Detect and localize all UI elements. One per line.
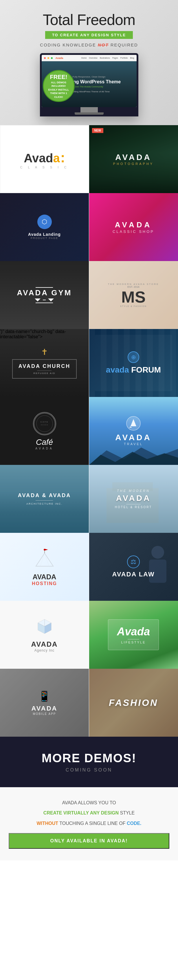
ms-initials: MS bbox=[108, 289, 159, 305]
hero-screen: Avada Home Overview Illustrations Pages … bbox=[40, 53, 139, 116]
hosting-pyramid-container bbox=[33, 547, 56, 571]
demo-fashion[interactable]: FASHION bbox=[89, 669, 178, 737]
nav-link-illustrations: Illustrations bbox=[100, 57, 110, 59]
footer-line2-rest: STYLE bbox=[120, 810, 135, 815]
law-icon: ⚖ bbox=[131, 558, 136, 566]
travel-mountain-icon bbox=[126, 416, 141, 431]
gym-line-bottom bbox=[36, 302, 53, 303]
footer-section: AVADA ALLOWS YOU TO CREATE VIRTUALLY ANY… bbox=[0, 787, 178, 861]
shop-content: AVADA CLASSIC SHOP bbox=[113, 220, 154, 234]
church-border: AVADA CHURCH REFUGEE AID bbox=[12, 359, 77, 379]
svg-text:AVADA: AVADA bbox=[41, 424, 48, 426]
nav-dot-red bbox=[44, 57, 46, 59]
monitor-nav: Avada Home Overview Illustrations Pages … bbox=[42, 55, 137, 61]
shop-avada: AVADA bbox=[113, 220, 154, 229]
classic-avada-text: Avada bbox=[24, 151, 60, 165]
cafe-circle-svg: CAFE AVADA bbox=[33, 413, 55, 435]
demo-lifestyle[interactable]: Avada LIFESTYLE bbox=[89, 601, 178, 669]
nav-link-home: Home bbox=[81, 57, 87, 59]
ms-content: THE MODERN AVADA STORE EST. 2016 MS STYL… bbox=[108, 283, 159, 307]
agency-logo-container bbox=[35, 617, 55, 637]
church-content: ✝ AVADA CHURCH REFUGEE AID bbox=[12, 347, 77, 379]
photography-avada: AVADA bbox=[113, 153, 154, 162]
lifestyle-card: Avada LIFESTYLE bbox=[108, 619, 159, 650]
demo-cafe[interactable]: CAFE AVADA Café AVADA bbox=[0, 397, 89, 465]
demo-forum[interactable]: ⊕ avada FORUM bbox=[89, 329, 178, 397]
coding-label: CODING KNOWLEDGE bbox=[40, 42, 96, 47]
mobile-content: 📱 AVADA MOBILE APP bbox=[32, 690, 58, 716]
forum-content: ⊕ avada FORUM bbox=[106, 352, 161, 375]
church-divider bbox=[37, 371, 52, 371]
footer-line1: AVADA ALLOWS YOU TO bbox=[9, 799, 169, 807]
demo-travel[interactable]: AVADA TRAVEL bbox=[89, 397, 178, 465]
hotel-title: AVADA bbox=[115, 494, 152, 503]
agency-subtitle: Agency Inc bbox=[31, 648, 58, 652]
more-demos-title: MORE DEMOS! bbox=[6, 751, 172, 765]
classic-colon: : bbox=[60, 150, 65, 165]
demo-landing[interactable]: ⬡ Avada Landing PRODUCT PAGE bbox=[0, 193, 89, 261]
demo-mobile[interactable]: 📱 AVADA MOBILE APP bbox=[0, 669, 89, 737]
forum-icon: ⊕ bbox=[131, 354, 136, 361]
monitor-tag: Fully Responsive, Clean Design bbox=[72, 75, 106, 78]
svg-marker-9 bbox=[36, 553, 53, 566]
demo-architecture[interactable]: AVADA & AVADA ARCHITECTURE INC. bbox=[0, 465, 89, 533]
demo-photography[interactable]: NEW AVADA PHOTOGRAPHY bbox=[89, 125, 178, 193]
svg-point-1 bbox=[36, 415, 53, 432]
lifestyle-subtitle: LIFESTYLE bbox=[117, 641, 150, 644]
church-cross-icon: ✝ bbox=[12, 347, 77, 357]
hero-section: Total Freedom TO CREATE ANY DESIGN STYLE… bbox=[0, 0, 178, 125]
demo-classic-shop[interactable]: AVADA CLASSIC SHOP bbox=[89, 193, 178, 261]
landing-icon: ⬡ bbox=[42, 218, 47, 226]
nav-logo: Avada bbox=[55, 57, 63, 59]
gym-content: AVADA GYM bbox=[17, 286, 72, 304]
agency-text: AVADA Agency Inc bbox=[31, 640, 58, 652]
footer-cta-button[interactable]: ONLY AVAILABLE IN AVADA! bbox=[9, 833, 169, 849]
monitor-stand bbox=[80, 107, 98, 112]
gym-line-top bbox=[36, 287, 53, 288]
forum-icon-circle: ⊕ bbox=[128, 352, 139, 363]
arch-title: AVADA & AVADA bbox=[18, 492, 71, 499]
svg-text:CAFE: CAFE bbox=[40, 421, 48, 423]
hosting-text: AVADA HOSTING bbox=[32, 573, 57, 586]
demos-grid: Avada: C L A S S I C NEW AVADA PHOTOGRAP… bbox=[0, 125, 178, 737]
hero-subtitle-bar: TO CREATE ANY DESIGN STYLE bbox=[45, 31, 133, 39]
forum-title: avada FORUM bbox=[106, 365, 161, 375]
nav-link-pages: Pages bbox=[112, 57, 118, 59]
demo-classic[interactable]: Avada: C L A S S I C bbox=[0, 125, 89, 193]
shop-label: CLASSIC SHOP bbox=[113, 229, 154, 234]
church-subtitle: REFUGEE AID bbox=[19, 372, 71, 375]
lifestyle-divider bbox=[128, 639, 139, 640]
fashion-title: FASHION bbox=[109, 697, 158, 708]
mobile-icon: 📱 bbox=[32, 690, 58, 702]
monitor-base bbox=[75, 112, 104, 115]
free-badge: FREE! ALL DEMOS INCLUDED! EASILY INSTALL… bbox=[43, 70, 75, 102]
landing-title: Avada Landing bbox=[28, 232, 61, 237]
law-content: ⚖ AVADA LAW bbox=[112, 555, 154, 578]
landing-icon-circle: ⬡ bbox=[37, 215, 52, 229]
hosting-label: HOSTING bbox=[32, 581, 57, 586]
demo-church[interactable]: ')" data-name="church-bg" data-interacta… bbox=[0, 329, 89, 397]
landing-subtitle: PRODUCT PAGE bbox=[31, 237, 58, 240]
hosting-avada: AVADA bbox=[33, 573, 57, 581]
demo-hosting[interactable]: AVADA HOSTING bbox=[0, 533, 89, 601]
classic-logo: Avada: bbox=[24, 150, 65, 165]
demo-law[interactable]: ⚖ AVADA LAW bbox=[89, 533, 178, 601]
arch-content: AVADA & AVADA ARCHITECTURE INC. bbox=[18, 492, 71, 505]
nav-link-portfolio: Portfolio bbox=[120, 57, 128, 59]
travel-content: AVADA TRAVEL bbox=[115, 416, 151, 446]
nav-link-overview: Overview bbox=[89, 57, 97, 59]
demo-agency[interactable]: AVADA Agency Inc bbox=[0, 601, 89, 669]
fashion-content: FASHION bbox=[109, 697, 158, 708]
agency-title: AVADA bbox=[31, 640, 58, 648]
arch-divider bbox=[36, 500, 53, 501]
hotel-tagline: THE MODERN bbox=[115, 489, 152, 492]
svg-line-12 bbox=[44, 553, 49, 566]
demo-hotel[interactable]: THE MODERN AVADA HOTEL & RESORT bbox=[89, 465, 178, 533]
footer-line2: CREATE VIRTUALLY ANY DESIGN STYLE bbox=[9, 809, 169, 817]
demo-ms[interactable]: THE MODERN AVADA STORE EST. 2016 MS STYL… bbox=[89, 261, 178, 329]
gym-diamond-right bbox=[48, 299, 54, 301]
monitor-join: Join The Avada Community bbox=[75, 85, 103, 88]
hotel-content: THE MODERN AVADA HOTEL & RESORT bbox=[115, 489, 152, 509]
classic-label: C L A S S I C bbox=[20, 165, 69, 169]
demo-gym[interactable]: AVADA GYM bbox=[0, 261, 89, 329]
